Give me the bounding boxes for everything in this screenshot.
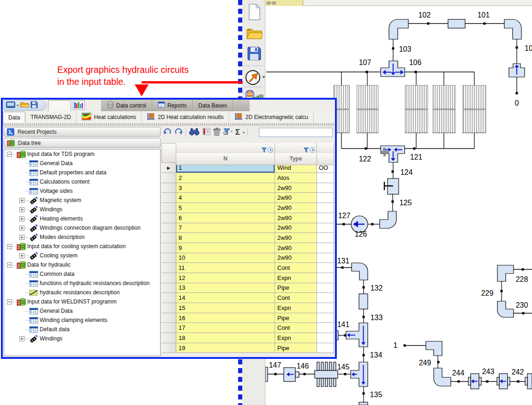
tab-2d-electromagnetic-calcu[interactable]: 2D Electromagnetic calcu: [229, 111, 314, 123]
cell-extra[interactable]: [317, 313, 334, 323]
expand-icon[interactable]: [18, 253, 25, 258]
open-file-button[interactable]: [245, 24, 263, 42]
cell-extra[interactable]: [317, 173, 334, 183]
app-menu-caret-icon[interactable]: ▾: [17, 103, 18, 107]
cell-n[interactable]: 15: [176, 303, 275, 313]
cell-n[interactable]: 2: [176, 173, 275, 183]
collapse-icon[interactable]: [6, 152, 13, 157]
row-selector[interactable]: [161, 283, 176, 293]
cell-n[interactable]: 19: [176, 343, 275, 353]
cell-type[interactable]: Pipe: [275, 343, 317, 353]
search-button[interactable]: [189, 127, 200, 137]
tab-data-bases[interactable]: Data Bases: [193, 100, 233, 111]
cell-extra[interactable]: [317, 203, 334, 213]
tree-item-common-data[interactable]: Common data: [4, 269, 160, 279]
cell-type[interactable]: Cont: [275, 263, 317, 273]
tab-data-control[interactable]: Data control: [101, 100, 152, 111]
tree-item-windings-connection-diagram-description[interactable]: Windings connection diagram description: [4, 223, 160, 232]
cell-type[interactable]: Expn: [275, 333, 317, 343]
sum-caret-icon[interactable]: ▾: [243, 131, 245, 135]
cell-n[interactable]: 11: [176, 263, 275, 273]
cell-type[interactable]: 2w90: [275, 183, 317, 193]
chart-columns-icon[interactable]: [73, 101, 85, 112]
cell-type[interactable]: Expn: [275, 303, 317, 313]
cell-n[interactable]: 6: [176, 213, 275, 223]
row-selector[interactable]: [161, 193, 176, 203]
row-selector[interactable]: [161, 323, 176, 333]
cell-type[interactable]: 2w90: [275, 253, 317, 263]
redo-button[interactable]: [174, 128, 183, 137]
row-selector[interactable]: [161, 333, 176, 343]
column-header-type[interactable]: Type: [275, 153, 317, 165]
cell-type[interactable]: Pipe: [275, 283, 317, 293]
cell-type[interactable]: Cont: [275, 293, 317, 303]
tree-item-modes-description[interactable]: Modes description: [4, 232, 160, 242]
row-selector[interactable]: [161, 233, 176, 243]
canvas-tab[interactable]: [265, 0, 303, 6]
cell-n[interactable]: 7: [176, 223, 275, 233]
tree-item-magnetic-system[interactable]: Magnetic system: [4, 196, 160, 205]
new-file-button[interactable]: [245, 3, 263, 21]
cell-n[interactable]: 5: [176, 203, 275, 213]
row-selector[interactable]: [161, 293, 176, 303]
tree-item-functions-of-hydraulic-resistances-description[interactable]: functions of hydraulic resistances descr…: [4, 279, 160, 288]
tree-item-input-data-for-cooling-system-calculation[interactable]: Input data for cooling system calculatio…: [4, 242, 160, 251]
tab-transmag-2d[interactable]: TRANSMAG-2D: [25, 111, 76, 123]
cell-n[interactable]: 16: [176, 313, 275, 323]
tree-item-input-data-for-tds-program[interactable]: Input data for TDS program: [4, 149, 160, 159]
cell-extra[interactable]: [317, 183, 334, 193]
table-search-input[interactable]: [259, 128, 333, 137]
cell-n[interactable]: 13: [176, 283, 275, 293]
tree-item-cooling-system[interactable]: Cooling system: [4, 251, 160, 260]
collapse-icon[interactable]: [6, 262, 13, 268]
cell-extra[interactable]: [317, 343, 334, 353]
section-recent-projects[interactable]: Recent Projects: [4, 127, 161, 137]
row-selector[interactable]: [161, 253, 176, 263]
tree-item-general-data[interactable]: General Data: [4, 306, 160, 316]
row-selector[interactable]: [161, 313, 176, 323]
tree-item-data-for-hydraulic[interactable]: Data for hydraulic: [4, 260, 160, 269]
cell-type[interactable]: 2w90: [275, 203, 317, 213]
row-selector[interactable]: [161, 263, 176, 273]
tree-item-hydraulic-resistances-description[interactable]: hydraulic resistances description: [4, 288, 160, 297]
cell-type[interactable]: 2w90: [275, 193, 317, 203]
tab-heat-calculations[interactable]: Heat calculations: [77, 111, 142, 123]
row-selector[interactable]: [161, 243, 176, 253]
save-button[interactable]: [245, 44, 263, 63]
tree-item-windings[interactable]: Windings: [4, 334, 160, 343]
section-data-tree[interactable]: Data tree: [4, 138, 161, 148]
row-selector[interactable]: [161, 203, 176, 213]
columns-button[interactable]: [203, 128, 210, 137]
pointer-tool-button[interactable]: [245, 68, 266, 87]
expand-icon[interactable]: [18, 235, 25, 240]
expand-icon[interactable]: [18, 226, 25, 231]
cell-n[interactable]: 17: [176, 323, 275, 333]
cell-n[interactable]: 18: [176, 333, 275, 343]
row-selector[interactable]: [161, 343, 176, 353]
cell-extra[interactable]: [317, 303, 334, 313]
cell-n[interactable]: 9: [176, 243, 275, 253]
open-button[interactable]: [20, 101, 29, 110]
cell-n[interactable]: 14: [176, 293, 275, 303]
cell-n[interactable]: 4: [176, 193, 275, 203]
cell-extra[interactable]: [317, 253, 334, 263]
cell-n[interactable]: 8: [176, 233, 275, 243]
tab-data[interactable]: Data: [3, 112, 25, 123]
save-button[interactable]: [30, 101, 38, 110]
tab-tvc[interactable]: [48, 100, 71, 111]
expand-icon[interactable]: [18, 336, 25, 341]
cell-extra[interactable]: [317, 323, 334, 333]
cell-extra[interactable]: [317, 333, 334, 343]
expand-icon[interactable]: [18, 216, 25, 221]
cell-type[interactable]: Atos: [275, 173, 317, 183]
row-selector[interactable]: [161, 223, 176, 233]
tree-item-default-data[interactable]: Default data: [4, 325, 160, 334]
tab-reports[interactable]: Reports: [152, 100, 193, 111]
tree-item-input-data-for-weldinst-programm[interactable]: Input data for WELDINST programm: [4, 297, 160, 306]
cell-extra[interactable]: [317, 273, 334, 283]
tree-item-voltage-sides[interactable]: Voltage sides: [4, 186, 160, 196]
tree-item-default-properties-and-data[interactable]: Default properties and data: [4, 168, 160, 177]
undo-button[interactable]: [163, 128, 172, 137]
cell-n[interactable]: 12: [176, 273, 275, 283]
cell-type[interactable]: 2w90: [275, 233, 317, 243]
